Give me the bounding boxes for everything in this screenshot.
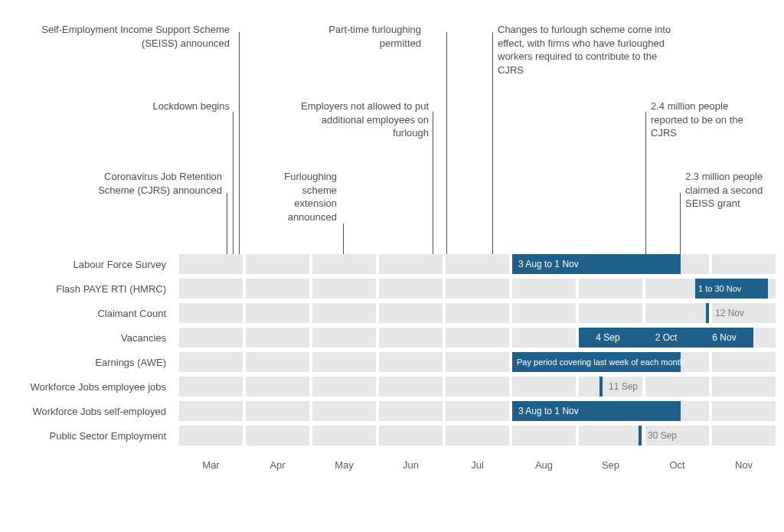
event-line-seiss (239, 32, 240, 254)
grid-cell (579, 279, 642, 299)
event-line-seiss2 (680, 193, 681, 254)
grid-cell (446, 352, 509, 372)
grid-cell (512, 303, 576, 323)
bar-paye: 1 to 30 Nov (695, 279, 768, 299)
grid-cell (179, 401, 243, 421)
tick-label-wf-emp: 11 Sep (604, 377, 638, 397)
grid-cell (179, 426, 243, 446)
grid-cell (712, 426, 776, 446)
grid-cell (312, 352, 376, 372)
bar-wf-self: 3 Aug to 1 Nov (512, 401, 681, 421)
tick-wf-emp (599, 377, 603, 397)
anno-people-cjrs: 2.4 million people reported to be on the… (651, 100, 758, 140)
grid-cell (379, 328, 443, 348)
grid-cell (379, 377, 443, 397)
grid-cell (312, 279, 376, 299)
grid-cell (712, 377, 776, 397)
month-aug: Aug (512, 459, 576, 471)
event-line-24m (645, 112, 646, 254)
anno-cjrs-announced: Coronavirus Job Retention Scheme (CJRS) … (65, 170, 222, 197)
grid-cell (512, 279, 576, 299)
grid-cell (645, 377, 709, 397)
grid-cell (579, 303, 642, 323)
month-jul: Jul (446, 459, 509, 471)
grid-cell (312, 254, 376, 274)
row-label-lfs: Labour Force Survey (0, 254, 172, 274)
event-line-lockdown (233, 112, 234, 254)
anno-parttime-furlough: Part-time furloughing permitted (291, 23, 421, 50)
bar-lfs: 3 Aug to 1 Nov (512, 254, 681, 274)
grid-cell (312, 303, 376, 323)
grid-cell (379, 303, 443, 323)
event-line-employers (433, 112, 433, 254)
grid-cell (246, 426, 309, 446)
grid-cell (312, 401, 376, 421)
event-line-furlough-ext (343, 224, 344, 254)
vac-label-c: 6 Nov (695, 328, 753, 348)
month-may: May (312, 459, 376, 471)
grid-cell (246, 328, 309, 348)
grid-cell (446, 328, 509, 348)
grid-cell (379, 401, 443, 421)
row-label-claimant: Claimant Count (0, 303, 172, 323)
grid-cell (512, 377, 576, 397)
grid-cell (512, 426, 576, 446)
grid-cell (246, 377, 309, 397)
month-jun: Jun (379, 459, 443, 471)
grid-cell (179, 303, 243, 323)
row-label-vacancies: Vacancies (0, 328, 172, 348)
grid-cell (446, 426, 509, 446)
grid-cell (246, 401, 309, 421)
grid-cell (512, 328, 576, 348)
month-apr: Apr (246, 459, 309, 471)
grid-cell (312, 426, 376, 446)
grid-cell (246, 352, 309, 372)
grid-cell (312, 377, 376, 397)
grid-cell (712, 254, 776, 274)
anno-seiss-announced: Self-Employment Income Support Scheme (S… (31, 23, 230, 50)
tick-public (639, 426, 642, 446)
grid-cell (446, 279, 509, 299)
grid-cell (446, 377, 509, 397)
grid-cell (645, 303, 709, 323)
grid-cell (179, 328, 243, 348)
grid-cell (179, 254, 243, 274)
grid-cell (712, 352, 776, 372)
grid-cell (579, 426, 642, 446)
tick-label-claimant: 12 Nov (710, 303, 744, 323)
event-line-parttime (446, 32, 447, 254)
tick-label-public: 30 Sep (643, 426, 677, 446)
anno-seiss-second: 2.3 million people claimed a second SEIS… (685, 170, 777, 211)
grid-cell (246, 303, 309, 323)
row-label-earnings: Earnings (AWE) (0, 352, 172, 372)
grid-cell (312, 328, 376, 348)
grid-cell (446, 254, 509, 274)
timeline-diagram: Self-Employment Income Support Scheme (S… (0, 0, 784, 532)
anno-changes-furlough: Changes to furlough scheme come into eff… (498, 23, 678, 77)
grid-cell (179, 352, 243, 372)
month-sep: Sep (579, 459, 642, 471)
grid-cell (179, 377, 243, 397)
vac-label-b: 2 Oct (637, 328, 695, 348)
row-label-paye: Flash PAYE RTI (HMRC) (0, 279, 172, 299)
grid-cell (446, 303, 509, 323)
grid-cell (246, 279, 309, 299)
grid-cell (379, 352, 443, 372)
bar-earnings: Pay period covering last week of each mo… (512, 352, 681, 372)
row-label-wf-self: Workforce Jobs self-employed (0, 401, 172, 421)
anno-employers-not-allowed: Employers not allowed to put additional … (291, 100, 429, 140)
grid-cell (246, 254, 309, 274)
anno-lockdown-begins: Lockdown begins (92, 100, 230, 113)
event-line-changes (492, 32, 493, 254)
month-nov: Nov (712, 459, 776, 471)
month-oct: Oct (645, 459, 709, 471)
anno-furlough-extension: Furloughing scheme extension announced (268, 170, 337, 224)
grid-cell (379, 254, 443, 274)
vac-label-a: 4 Sep (579, 328, 637, 348)
row-label-public: Public Sector Employment (0, 426, 172, 446)
grid-cell (379, 426, 443, 446)
grid-cell (179, 279, 243, 299)
row-label-wf-emp: Workforce Jobs employee jobs (0, 377, 172, 397)
grid-cell (712, 401, 776, 421)
grid-cell (379, 279, 443, 299)
